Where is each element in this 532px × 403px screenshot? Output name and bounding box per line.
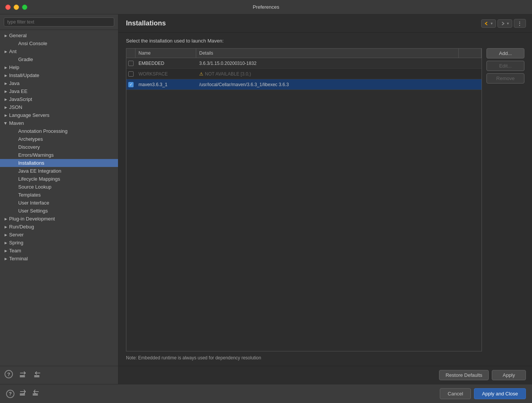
expand-arrow-icon: ▶: [3, 113, 8, 118]
sidebar-item-install-update[interactable]: ▶Install/Update: [0, 71, 118, 79]
restore-defaults-button[interactable]: Restore Defaults: [439, 370, 489, 380]
edit-button[interactable]: Edit...: [486, 61, 524, 71]
maximize-button[interactable]: [22, 5, 27, 10]
back-button[interactable]: ▼: [481, 19, 496, 28]
expand-arrow-icon: ▶: [3, 73, 8, 78]
sidebar-item-language-servers[interactable]: ▶Language Servers: [0, 111, 118, 119]
row-name: WORKSPACE: [135, 70, 196, 78]
svg-rect-1: [20, 376, 25, 377]
expand-arrow-icon: ▶: [3, 65, 8, 70]
sidebar-item-server[interactable]: ▶Server: [0, 231, 118, 239]
sidebar-item-plug-in-development[interactable]: ▶Plug-in Development: [0, 215, 118, 223]
sidebar-item-label: JSON: [9, 104, 22, 110]
close-button[interactable]: [5, 5, 11, 10]
expand-arrow-icon: ▶: [3, 232, 8, 238]
traffic-lights: [5, 5, 27, 10]
sidebar-item-ant[interactable]: ▶Ant: [0, 47, 118, 55]
sidebar-item-label: Maven: [9, 120, 24, 126]
sidebar-item-label: Installations: [18, 160, 44, 166]
col-header-name: Name: [135, 49, 196, 58]
sidebar-item-javascript[interactable]: ▶JavaScript: [0, 95, 118, 103]
bottom-import-icon[interactable]: [19, 389, 27, 399]
sidebar-item-java-ee[interactable]: ▶Java EE: [0, 87, 118, 95]
expand-arrow-icon: ▶: [3, 224, 8, 230]
forward-button[interactable]: ▼: [497, 19, 512, 28]
sidebar-item-installations[interactable]: Installations: [0, 159, 118, 167]
import-icon[interactable]: [19, 370, 27, 380]
row-details: 3.6.3/1.15.0.20200310-1832: [196, 59, 482, 68]
row-checkbox[interactable]: [128, 61, 134, 66]
sidebar-item-ansi-console[interactable]: Ansi Console: [0, 39, 118, 47]
bottom-help-icon[interactable]: ?: [6, 390, 14, 398]
side-buttons: Add... Edit... Remove: [486, 48, 524, 351]
sidebar-item-archetypes[interactable]: Archetypes: [0, 135, 118, 143]
sidebar-item-label: Ant: [9, 49, 17, 54]
remove-button[interactable]: Remove: [486, 73, 524, 83]
table-row[interactable]: maven3.6.3_1/usr/local/Cellar/maven/3.6.…: [126, 79, 482, 90]
sidebar-item-label: Team: [9, 248, 21, 253]
sidebar-bottom: ?: [0, 366, 118, 384]
expand-arrow-icon: ▶: [3, 81, 8, 86]
sidebar-item-label: Templates: [18, 192, 41, 198]
sidebar-item-java[interactable]: ▶Java: [0, 79, 118, 87]
checkbox-cell[interactable]: [126, 59, 135, 68]
checkbox-cell[interactable]: [126, 70, 135, 78]
sidebar-search-container: [0, 14, 118, 30]
expand-arrow-icon: ▶: [3, 216, 8, 222]
sidebar-item-errors-warnings[interactable]: Errors/Warnings: [0, 151, 118, 159]
action-bar: ? Cancel Apply and Close: [0, 384, 532, 403]
expand-arrow-icon: ▶: [3, 49, 8, 54]
search-input[interactable]: [4, 17, 114, 27]
help-icon[interactable]: ?: [5, 370, 13, 378]
expand-arrow-icon: ▶: [3, 97, 8, 102]
sidebar-item-label: Lifecycle Mappings: [18, 176, 60, 182]
sidebar-item-gradle[interactable]: Gradle: [0, 55, 118, 63]
sidebar-item-label: Java: [9, 80, 19, 86]
content-panel: Installations ▼ ▼ ⋮: [118, 14, 532, 384]
expand-arrow-icon: [12, 153, 17, 158]
expand-arrow-icon: [12, 184, 17, 190]
sidebar-item-maven[interactable]: ▶Maven: [0, 119, 118, 127]
sidebar-item-lifecycle-mappings[interactable]: Lifecycle Mappings: [0, 175, 118, 183]
apply-button[interactable]: Apply: [492, 370, 526, 380]
sidebar-item-general[interactable]: ▶General: [0, 31, 118, 39]
sidebar-item-label: Java EE: [9, 88, 27, 94]
more-options-button[interactable]: ⋮: [514, 19, 526, 28]
sidebar-item-terminal[interactable]: ▶Terminal: [0, 255, 118, 263]
sidebar-item-team[interactable]: ▶Team: [0, 247, 118, 255]
row-checkbox[interactable]: [128, 82, 134, 87]
sidebar-item-label: Plug-in Development: [9, 216, 55, 222]
cancel-button[interactable]: Cancel: [440, 388, 471, 399]
sidebar-item-label: Spring: [9, 240, 24, 246]
sidebar-item-user-interface[interactable]: User Interface: [0, 199, 118, 207]
row-checkbox[interactable]: [128, 71, 134, 77]
sidebar-item-annotation-processing[interactable]: Annotation Processing: [0, 127, 118, 135]
sidebar-item-source-lookup[interactable]: Source Lookup: [0, 183, 118, 191]
sidebar-item-discovery[interactable]: Discovery: [0, 143, 118, 151]
back-dropdown-icon: ▼: [490, 22, 493, 25]
bottom-export-icon[interactable]: [32, 389, 40, 399]
svg-rect-7: [33, 395, 38, 395]
sidebar-item-json[interactable]: ▶JSON: [0, 103, 118, 111]
sidebar-item-templates[interactable]: Templates: [0, 191, 118, 199]
table-row[interactable]: EMBEDDED3.6.3/1.15.0.20200310-1832: [126, 58, 482, 69]
sidebar-item-user-settings[interactable]: User Settings: [0, 207, 118, 215]
table-header: Name Details: [126, 49, 482, 58]
export-icon[interactable]: [33, 370, 42, 380]
titlebar: Preferences: [0, 0, 532, 14]
sidebar-item-spring[interactable]: ▶Spring: [0, 239, 118, 247]
add-button[interactable]: Add...: [486, 48, 524, 58]
expand-arrow-icon: ▶: [3, 256, 8, 261]
minimize-button[interactable]: [14, 5, 19, 10]
sidebar-item-label: Terminal: [9, 256, 28, 261]
checkbox-cell[interactable]: [126, 80, 135, 89]
apply-and-close-button[interactable]: Apply and Close: [474, 388, 526, 399]
description-text: Select the installation used to launch M…: [126, 38, 524, 44]
expand-arrow-icon: [12, 145, 17, 150]
sidebar-item-help[interactable]: ▶Help: [0, 63, 118, 71]
table-row[interactable]: WORKSPACE⚠NOT AVAILABLE [3.0,): [126, 69, 482, 79]
svg-rect-6: [33, 394, 38, 394]
row-name: maven3.6.3_1: [135, 80, 196, 89]
sidebar-item-java-ee-integration[interactable]: Java EE Integration: [0, 167, 118, 175]
sidebar-item-run-debug[interactable]: ▶Run/Debug: [0, 223, 118, 231]
